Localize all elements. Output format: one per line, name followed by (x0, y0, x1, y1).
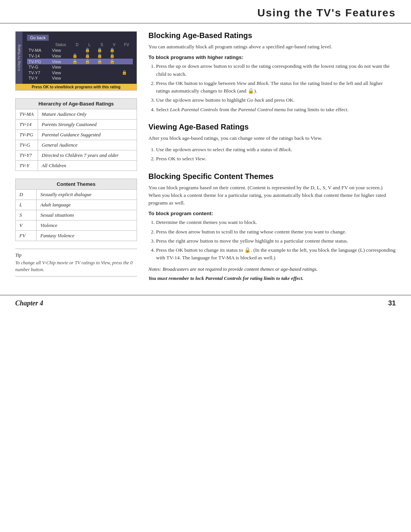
tv-col-d: D (71, 42, 83, 47)
viewing-age-title: Viewing Age-Based Ratings (148, 123, 396, 131)
tv-col-l: L (83, 42, 96, 47)
tv-col-v: V (108, 42, 121, 47)
tv-sidebar-label: V-Chip TV Rating (17, 45, 21, 71)
table-row: TV-MA Mature Audience Only (16, 109, 137, 120)
blocking-specific-subhead: To block program content: (148, 211, 396, 216)
blocking-specific-title: Blocking Specific Content Themes (148, 172, 396, 181)
table-row: S Sexual situations (16, 210, 137, 220)
blocking-specific-section: Blocking Specific Content Themes You can… (148, 172, 396, 282)
theme-desc: Sexual situations (37, 210, 137, 220)
table-row: TV-PG Parental Guidance Suggested (16, 130, 137, 140)
table-row-highlighted: TV-PGView 🔒🔒🔒🔒 (27, 59, 133, 64)
theme-desc: Violence (37, 220, 137, 231)
footer-page-number: 31 (388, 299, 396, 307)
blocking-specific-intro: You can block programs based on their co… (148, 184, 396, 207)
table-row: TV-Y7View 🔒 (27, 70, 133, 75)
list-item: Press the right arrow button to move the… (156, 237, 396, 245)
list-item: Select Lock Parental Controls from the P… (156, 106, 396, 113)
table-row: TV-GView (27, 64, 133, 70)
page-footer: Chapter 4 31 (0, 295, 411, 311)
blocking-age-section: Blocking Age-Based Ratings You can autom… (148, 31, 396, 113)
list-item: Press the OK button to toggle between Vi… (156, 80, 396, 95)
page-body: V-Chip TV Rating Go back Status D L S (0, 24, 411, 291)
tv-sidebar: V-Chip TV Rating (16, 32, 22, 84)
blocking-age-intro: You can automatically block all program … (148, 43, 396, 51)
footer-chapter: Chapter 4 (15, 299, 43, 307)
table-row: TV-G General Audience (16, 140, 137, 150)
table-row: V Violence (16, 220, 137, 231)
tv-screen-mockup: V-Chip TV Rating Go back Status D L S (15, 31, 137, 91)
tv-col-status: Status (51, 42, 71, 47)
theme-code: D (16, 190, 37, 200)
list-item: Determine the content themes you want to… (156, 219, 396, 226)
blocking-specific-steps: Determine the content themes you want to… (148, 219, 396, 262)
tip-section: Tip To change all V-Chip movie or TV rat… (15, 249, 137, 276)
tv-col-fv: FV (120, 42, 133, 47)
blocking-specific-intro-text: You can block programs based on their co… (148, 184, 396, 207)
tip-text: To change all V-Chip movie or TV ratings… (15, 260, 137, 273)
rating-desc: General Audience (38, 140, 137, 150)
hierarchy-table-header: Hierarchy of Age-Based Ratings (16, 99, 137, 109)
blocking-specific-note1: Notes: Broadcasters are not required to … (148, 266, 396, 273)
table-row: TV-14View 🔒🔒🔒🔒 (27, 53, 133, 59)
rating-desc: Mature Audience Only (38, 109, 137, 120)
table-row: FV Fantasy Violence (16, 231, 137, 241)
rating-desc: Directed to Children 7 years and older (38, 150, 137, 161)
tv-go-back: Go back (27, 35, 49, 41)
blocking-age-title: Blocking Age-Based Ratings (148, 31, 396, 40)
viewing-age-intro-text: After you block age-based ratings, you c… (148, 134, 396, 142)
rating-code: TV-G (16, 140, 38, 150)
tip-label: Tip (15, 252, 137, 258)
tv-footer-label: Press OK to view/block programs with thi… (16, 84, 137, 90)
blocking-age-intro-text: You can automatically block all program … (148, 43, 396, 51)
tip-bottom-border (15, 276, 137, 276)
rating-code: TV-Y7 (16, 150, 38, 161)
tv-screen-content: Go back Status D L S V FV (27, 35, 133, 81)
table-row: TV-Y All Children (16, 161, 137, 171)
theme-desc: Sexually explicit dialogue (37, 190, 137, 200)
page-title: Using the TV's Features (15, 7, 396, 19)
rating-desc: Parents Strongly Cautioned (38, 120, 137, 130)
tv-col-s: S (96, 42, 108, 47)
viewing-age-section: Viewing Age-Based Ratings After you bloc… (148, 123, 396, 163)
rating-code: TV-MA (16, 109, 38, 120)
blocking-specific-note2: You must remember to lock Parental Contr… (148, 275, 396, 282)
list-item: Press the OK button to change its status… (156, 246, 396, 262)
blocking-age-steps: Press the up or down arrow button to scr… (148, 62, 396, 113)
tv-ratings-table: Status D L S V FV TV-MAView 🔒🔒 (27, 42, 133, 81)
theme-code: FV (16, 231, 37, 241)
hierarchy-table: Hierarchy of Age-Based Ratings TV-MA Mat… (15, 98, 137, 171)
right-column: Blocking Age-Based Ratings You can autom… (148, 31, 396, 291)
content-themes-table: Content Themes D Sexually explicit dialo… (15, 179, 137, 241)
table-row: L Adult language (16, 200, 137, 210)
rating-desc: Parental Guidance Suggested (38, 130, 137, 140)
theme-code: L (16, 200, 37, 210)
viewing-age-steps: Use the up/down arrows to select the rat… (148, 146, 396, 163)
list-item: Use the up/down arrows to select the rat… (156, 146, 396, 153)
left-column: V-Chip TV Rating Go back Status D L S (15, 31, 137, 291)
page-header: Using the TV's Features (0, 0, 411, 24)
list-item: Press the up or down arrow button to scr… (156, 62, 396, 78)
table-row: TV-Y7 Directed to Children 7 years and o… (16, 150, 137, 161)
theme-code: S (16, 210, 37, 220)
table-row: TV-MAView 🔒🔒🔒 (27, 47, 133, 53)
list-item: Use the up/down arrow buttons to highlig… (156, 96, 396, 104)
theme-desc: Fantasy Violence (37, 231, 137, 241)
viewing-age-intro: After you block age-based ratings, you c… (148, 134, 396, 142)
theme-desc: Adult language (37, 200, 137, 210)
table-row: TV-YView (27, 75, 133, 81)
tv-col-rating (27, 42, 51, 47)
list-item: Press OK to select View. (156, 155, 396, 163)
list-item: Press the down arrow button to scroll to… (156, 228, 396, 236)
rating-code: TV-14 (16, 120, 38, 130)
rating-code: TV-PG (16, 130, 38, 140)
theme-code: V (16, 220, 37, 231)
table-row: D Sexually explicit dialogue (16, 190, 137, 200)
tv-screen-inner: V-Chip TV Rating Go back Status D L S (16, 32, 137, 84)
blocking-age-subhead: To block programs with higher ratings: (148, 54, 396, 60)
table-row: TV-14 Parents Strongly Cautioned (16, 120, 137, 130)
rating-code: TV-Y (16, 161, 38, 171)
content-themes-header: Content Themes (16, 179, 137, 190)
rating-desc: All Children (38, 161, 137, 171)
